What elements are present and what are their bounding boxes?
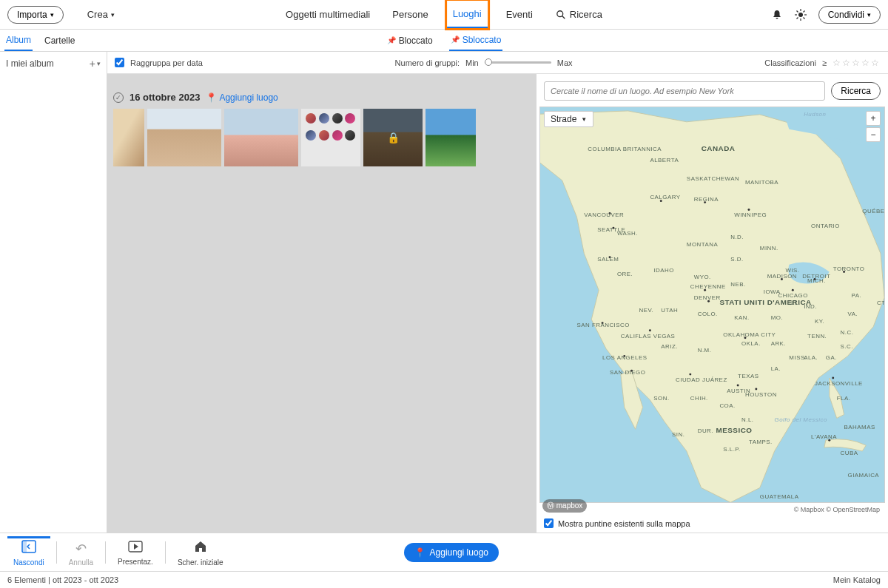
media-thumbnail[interactable] <box>224 109 298 166</box>
pin-icon: 📍 <box>206 92 217 103</box>
svg-text:IND.: IND. <box>804 303 817 310</box>
pinned-tab-locked[interactable]: 📌 Bloccato <box>386 30 434 51</box>
slideshow-button[interactable]: Presentaz. <box>112 537 159 567</box>
svg-text:TAMPS.: TAMPS. <box>749 439 773 445</box>
brightness-icon[interactable] <box>795 9 807 21</box>
status-left: 6 Elementi | ott 2023 - ott 2023 <box>7 575 118 584</box>
media-thumbnail[interactable]: 🔒 <box>363 109 423 166</box>
svg-text:MONTANA: MONTANA <box>687 241 719 248</box>
nav-places[interactable]: Luoghi <box>447 1 488 28</box>
nav-search[interactable]: Ricerca <box>549 6 608 24</box>
svg-text:TENN.: TENN. <box>807 333 827 339</box>
svg-text:Guatemala: Guatemala <box>760 493 799 500</box>
people-stack-thumbnail[interactable] <box>301 109 360 166</box>
svg-text:Bahamas: Bahamas <box>844 424 875 430</box>
pinned-tab-unlocked[interactable]: 📌 Sbloccato <box>449 30 503 51</box>
svg-text:MO.: MO. <box>771 314 783 321</box>
mapbox-logo: Ⓜ mapbox <box>542 499 587 513</box>
group-date: 16 ottobre 2023 <box>130 92 200 103</box>
undo-button[interactable]: ↶ Annulla <box>63 537 99 568</box>
svg-text:CALIF.: CALIF. <box>621 333 641 339</box>
svg-text:VA.: VA. <box>848 311 858 317</box>
svg-text:ARK.: ARK. <box>771 340 786 347</box>
svg-text:Denver: Denver <box>694 294 721 301</box>
svg-text:N.L.: N.L. <box>741 416 753 423</box>
nav-media[interactable]: Oggetti multimediali <box>280 1 376 27</box>
svg-text:Toronto: Toronto <box>833 266 865 272</box>
svg-text:Calgary: Calgary <box>650 194 680 200</box>
svg-text:KY.: KY. <box>815 318 824 325</box>
panel-icon <box>21 540 36 557</box>
group-count-slider[interactable] <box>485 61 551 64</box>
share-button[interactable]: Condividi ▾ <box>818 6 881 24</box>
svg-text:Salem: Salem <box>597 256 619 263</box>
svg-text:UTAH: UTAH <box>661 307 678 314</box>
svg-text:Golfo del Messico: Golfo del Messico <box>775 416 827 423</box>
svg-text:San Francisco: San Francisco <box>576 322 629 328</box>
svg-text:San Diego: San Diego <box>610 369 645 376</box>
chevron-down-icon: ▾ <box>867 11 871 18</box>
ratings-stars[interactable]: ☆☆☆☆☆ <box>832 58 881 68</box>
home-icon <box>194 540 207 557</box>
divider <box>105 541 106 564</box>
svg-point-114 <box>689 374 691 376</box>
svg-text:L'Avana: L'Avana <box>811 433 837 440</box>
svg-text:Hudson: Hudson <box>804 111 826 118</box>
media-thumbnail[interactable] <box>147 109 221 166</box>
svg-line-7 <box>796 10 798 12</box>
zoom-out-button[interactable]: − <box>866 127 881 142</box>
pinned-tab-locked-label: Bloccato <box>399 36 433 46</box>
nav-events[interactable]: Eventi <box>500 1 539 27</box>
create-button[interactable]: Crea ▾ <box>81 6 121 23</box>
pin-icon: 📌 <box>387 36 396 44</box>
svg-text:LA.: LA. <box>771 365 781 372</box>
svg-text:PA.: PA. <box>851 292 861 299</box>
media-thumbnail[interactable] <box>113 109 144 166</box>
add-place-link[interactable]: 📍 Aggiungi luogo <box>206 92 278 103</box>
nav-people[interactable]: Persone <box>386 1 434 27</box>
home-button[interactable]: Scher. iniziale <box>172 536 229 568</box>
place-search-input[interactable] <box>544 81 825 101</box>
add-album-button[interactable]: + ▾ <box>90 58 101 70</box>
sidebar-tab-folders[interactable]: Cartelle <box>43 31 76 50</box>
svg-text:KAN.: KAN. <box>734 314 749 321</box>
svg-point-90 <box>649 329 651 331</box>
chevron-down-icon: ▾ <box>111 11 115 18</box>
select-group-icon[interactable]: ✓ <box>113 92 124 103</box>
map-canvas[interactable]: Canada Stati Uniti d'America Messico Hud… <box>539 107 885 503</box>
svg-text:QUÉBEC: QUÉBEC <box>862 208 885 214</box>
svg-text:Houston: Houston <box>745 391 777 398</box>
svg-text:Oklahoma City: Oklahoma City <box>723 331 776 338</box>
svg-text:DUR.: DUR. <box>698 428 713 434</box>
zoom-in-button[interactable]: + <box>866 111 881 126</box>
map-type-dropdown[interactable]: Strade ▼ <box>544 111 593 127</box>
map-type-label: Strade <box>551 114 576 124</box>
media-thumbnail[interactable] <box>426 109 476 166</box>
group-by-date-checkbox[interactable] <box>115 58 124 67</box>
svg-text:ONTARIO: ONTARIO <box>811 223 840 229</box>
svg-text:Madison: Madison <box>767 273 797 280</box>
chevron-down-icon: ▾ <box>50 11 54 18</box>
show-pins-checkbox[interactable] <box>544 518 554 528</box>
nav-places-highlight: Luoghi <box>445 0 490 30</box>
svg-point-110 <box>832 377 834 379</box>
svg-text:N.M.: N.M. <box>698 347 712 354</box>
sidebar-tab-album[interactable]: Album <box>4 30 33 51</box>
svg-text:Jacksonville: Jacksonville <box>815 380 863 387</box>
undo-icon: ↶ <box>75 541 87 557</box>
show-pins-label: Mostra puntine esistenti sulla mappa <box>558 519 690 528</box>
add-place-button[interactable]: 📍 Aggiungi luogo <box>404 543 499 562</box>
svg-text:ALA.: ALA. <box>804 354 818 361</box>
place-search-button[interactable]: Ricerca <box>831 82 881 100</box>
map-credit: © Mapbox © OpenStreetMap <box>792 505 882 514</box>
svg-text:COLO.: COLO. <box>698 311 718 317</box>
divider <box>56 541 57 564</box>
lock-overlay: 🔒 <box>363 109 423 166</box>
bell-icon[interactable] <box>771 9 783 21</box>
svg-text:Giamaica: Giamaica <box>848 472 880 479</box>
hide-panel-button[interactable]: Nascondi <box>7 536 50 568</box>
svg-text:Vancouver: Vancouver <box>584 212 624 218</box>
svg-text:SASKATCHEWAN: SASKATCHEWAN <box>687 175 739 182</box>
add-place-label: Aggiungi luogo <box>219 92 278 103</box>
import-button[interactable]: Importa ▾ <box>7 6 64 24</box>
